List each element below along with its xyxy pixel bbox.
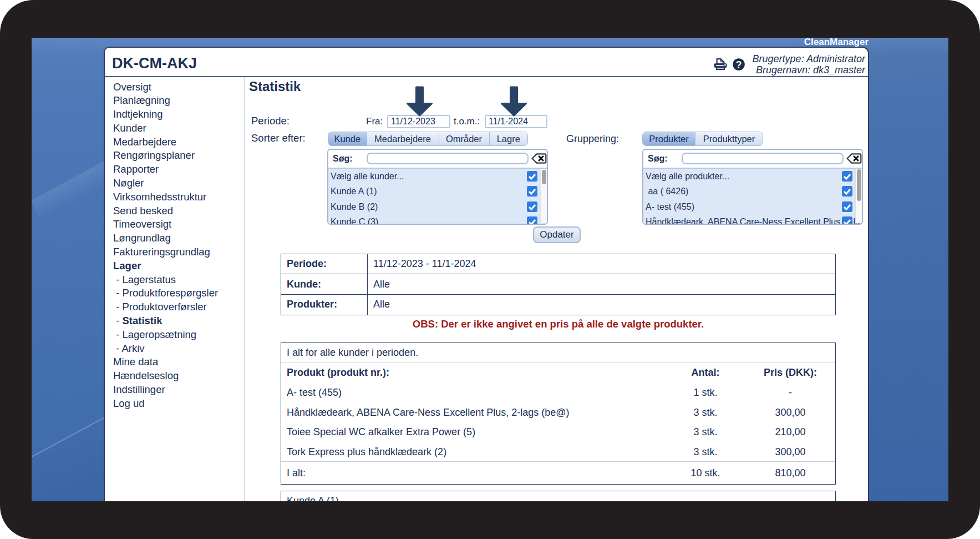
svg-text:?: ? (736, 59, 742, 70)
